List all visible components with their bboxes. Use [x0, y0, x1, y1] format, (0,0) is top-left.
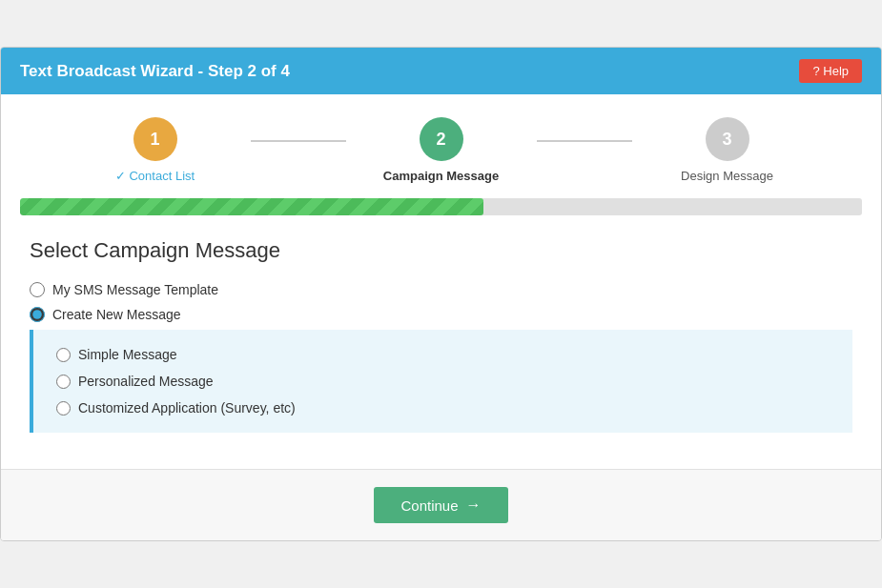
steps-container: 1 Contact List 2 Campaign Message 3 Desi… [1, 94, 881, 198]
radio-sms-template[interactable]: My SMS Message Template [30, 282, 852, 297]
step-connector-2 [537, 140, 632, 142]
sub-radio-simple-input[interactable] [56, 348, 71, 362]
sub-radio-simple[interactable]: Simple Message [56, 347, 830, 362]
sub-radio-personalized[interactable]: Personalized Message [56, 374, 830, 389]
sub-radio-personalized-label: Personalized Message [78, 374, 214, 389]
radio-create-new[interactable]: Create New Message [30, 307, 852, 322]
continue-button[interactable]: Continue → [374, 487, 507, 523]
step-3-circle: 3 [706, 117, 749, 161]
step-2-circle: 2 [420, 117, 463, 161]
sub-radio-customized-input[interactable] [56, 401, 71, 416]
step-1: 1 Contact List [60, 117, 251, 183]
step-3: 3 Design Message [632, 117, 823, 183]
radio-create-new-label: Create New Message [52, 307, 181, 322]
wizard-title: Text Broadcast Wizard - Step 2 of 4 [20, 62, 290, 81]
continue-label: Continue [400, 497, 458, 514]
footer-bar: Continue → [1, 469, 881, 540]
step-connector-1 [251, 140, 346, 142]
content-area: Select Campaign Message My SMS Message T… [1, 215, 881, 450]
help-button[interactable]: ? Help [799, 59, 862, 83]
wizard-container: Text Broadcast Wizard - Step 2 of 4 ? He… [0, 47, 882, 541]
sub-options-panel: Simple Message Personalized Message Cust… [30, 330, 852, 433]
radio-sms-template-input[interactable] [30, 282, 45, 297]
sub-radio-customized[interactable]: Customized Application (Survey, etc) [56, 400, 830, 416]
step-2-label: Campaign Message [383, 169, 499, 183]
step-2: 2 Campaign Message [346, 117, 537, 183]
section-title: Select Campaign Message [30, 238, 852, 263]
sub-radio-personalized-input[interactable] [56, 375, 71, 389]
step-1-circle: 1 [133, 117, 177, 161]
main-radio-group: My SMS Message Template Create New Messa… [30, 282, 852, 322]
sub-radio-simple-label: Simple Message [78, 347, 177, 362]
sub-radio-customized-label: Customized Application (Survey, etc) [78, 400, 296, 416]
radio-create-new-input[interactable] [30, 307, 45, 322]
wizard-header: Text Broadcast Wizard - Step 2 of 4 ? He… [1, 48, 881, 94]
arrow-icon: → [466, 497, 482, 514]
progress-bar-container [20, 198, 862, 215]
progress-bar-fill [20, 198, 483, 215]
step-1-label: Contact List [115, 169, 195, 183]
step-3-label: Design Message [681, 169, 773, 183]
radio-sms-template-label: My SMS Message Template [52, 282, 218, 297]
